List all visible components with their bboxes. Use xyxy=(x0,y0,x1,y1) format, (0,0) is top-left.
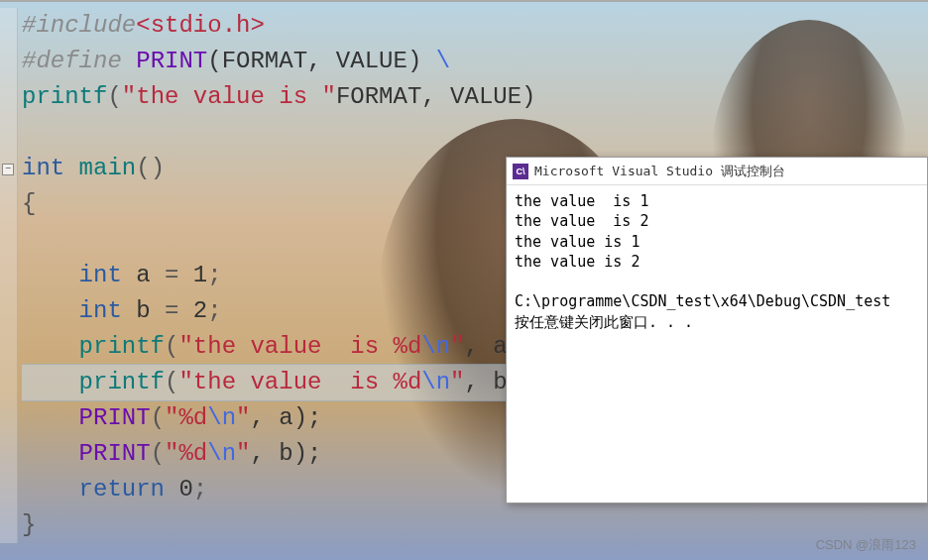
code-line: } xyxy=(22,507,928,543)
code-line xyxy=(22,115,928,151)
watermark: CSDN @浪雨123 xyxy=(816,536,916,554)
console-title: Microsoft Visual Studio 调试控制台 xyxy=(534,163,785,180)
code-line: #define PRINT(FORMAT, VALUE) \ xyxy=(22,44,928,79)
code-line: printf("the value is "FORMAT, VALUE) xyxy=(22,79,928,115)
vs-icon: C\ xyxy=(513,164,528,179)
console-titlebar[interactable]: C\ Microsoft Visual Studio 调试控制台 xyxy=(507,158,927,185)
code-line: #include<stdio.h> xyxy=(22,8,928,44)
console-output: the value is 1 the value is 2 the value … xyxy=(507,185,927,338)
fold-marker-icon[interactable]: − xyxy=(2,164,14,175)
debug-console-window[interactable]: C\ Microsoft Visual Studio 调试控制台 the val… xyxy=(506,157,928,504)
editor-gutter: − xyxy=(0,8,18,543)
